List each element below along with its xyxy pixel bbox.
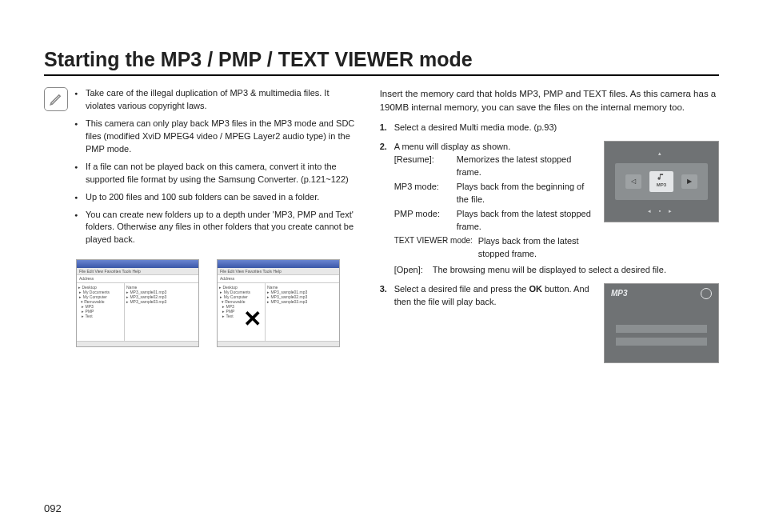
explorer-screenshots: File Edit View Favorites Tools Help Addr… (76, 259, 358, 347)
camera-lcd-player: MP3 (604, 283, 719, 363)
face-icon (701, 288, 712, 299)
up-arrow-icon: ▴ (605, 150, 718, 158)
prev-mode-icon: ◁ (625, 174, 641, 189)
next-mode-icon: ▶ (681, 174, 697, 189)
manual-page: Starting the MP3 / PMP / TEXT VIEWER mod… (0, 0, 763, 532)
mode-definitions: [Resume]:Memorizes the latest stopped fr… (394, 154, 596, 261)
notes-list: Take care of the illegal duplication of … (74, 87, 358, 251)
note-item: This camera can only play back MP3 files… (74, 118, 358, 156)
intro-text: Insert the memory card that holds MP3, P… (380, 87, 719, 114)
note-item: You can create new folders up to a depth… (74, 209, 358, 247)
progress-bar (616, 338, 707, 346)
steps-list: 1. Select a desired Multi media mode. (p… (380, 122, 719, 362)
step-3: 3. Select a desired file and press the O… (380, 283, 719, 363)
mp3-tile: MP3 (649, 171, 673, 192)
note-item: Up to 200 files and 100 sub folders can … (74, 191, 358, 204)
step-1: 1. Select a desired Multi media mode. (p… (380, 122, 719, 134)
note-item: Take care of the illegal duplication of … (74, 87, 358, 113)
nav-arrows-icon: ◂ ▪ ▸ (605, 207, 718, 215)
note-item: If a file can not be played back on this… (74, 161, 358, 186)
page-title: Starting the MP3 / PMP / TEXT VIEWER mod… (44, 48, 719, 71)
explorer-invalid: File Edit View Favorites Tools Help Addr… (217, 259, 340, 347)
page-number: 092 (44, 502, 62, 514)
right-column: Insert the memory card that holds MP3, P… (380, 87, 719, 370)
explorer-valid: File Edit View Favorites Tools Help Addr… (76, 259, 199, 347)
mp3-label: MP3 (611, 288, 628, 300)
track-indicator (616, 325, 707, 333)
note-icon (44, 87, 68, 111)
left-column: Take care of the illegal duplication of … (44, 87, 358, 370)
title-rule (44, 74, 719, 76)
step-2: 2. A menu will display as shown. [Resume… (380, 141, 719, 276)
camera-lcd-menu: ▴ ◁ MP3 ▶ ◂ ▪ ▸ (604, 141, 719, 222)
